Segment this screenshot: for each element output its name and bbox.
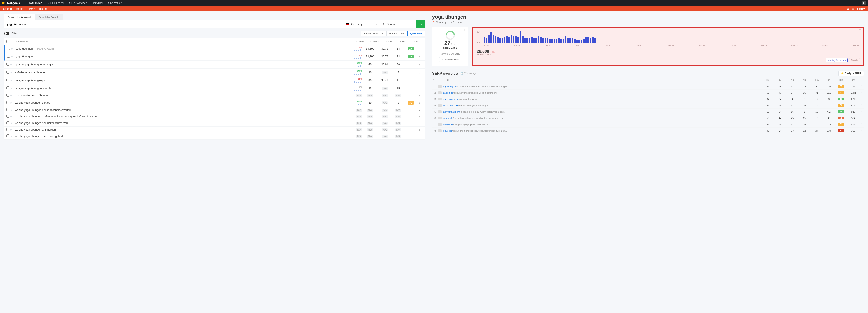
keyword-row[interactable]: ★iyengar yoga übungen pdf-25%80$0.4811⌕: [4, 77, 426, 84]
inbox-icon[interactable]: ▭: [852, 7, 855, 10]
row-menu-icon[interactable]: ⋮: [860, 123, 863, 126]
star-icon[interactable]: ★: [10, 94, 13, 97]
serp-url[interactable]: yogaeasy.de/artikel/die-wichtigsten-asan…: [442, 85, 762, 88]
info-icon[interactable]: ⓘ: [859, 29, 861, 32]
keyword-row[interactable]: ★iyengar yoga übungen youtube0%10N/A13⌕: [4, 84, 426, 92]
star-icon[interactable]: ★: [10, 63, 13, 66]
btn-trends[interactable]: Trends: [849, 58, 860, 62]
btn-monthly-searches[interactable]: Monthly Searches: [826, 58, 848, 62]
col-ppc[interactable]: ⇅ PPC: [396, 40, 410, 43]
serp-url[interactable]: owayo.de/magazin/yoga-positionen-de.htm: [442, 123, 762, 126]
info-icon[interactable]: ⓘ: [464, 29, 466, 32]
star-icon[interactable]: ★: [11, 55, 14, 58]
row-checkbox[interactable]: [6, 108, 9, 111]
serp-row[interactable]: 6lifeline.de/ernaehrung-fitness/sport/ga…: [432, 115, 864, 121]
row-checkbox[interactable]: [6, 135, 9, 137]
relative-values-btn[interactable]: Relative values: [439, 57, 462, 62]
inspect-icon[interactable]: ⌕: [419, 55, 421, 58]
brand-logo[interactable]: Mangools: [2, 2, 20, 5]
inspect-icon[interactable]: ⌕: [419, 79, 421, 82]
keyword-row[interactable]: ★welche yoga übungen darf man in der sch…: [4, 113, 426, 120]
serp-url[interactable]: lifeline.de/ernaehrung-fitness/sport/gal…: [442, 117, 762, 119]
inspect-icon[interactable]: ⌕: [419, 94, 421, 97]
filter-toggle[interactable]: [4, 32, 9, 35]
row-menu-icon[interactable]: ⋮: [860, 110, 863, 113]
inspect-icon[interactable]: ⌕: [419, 87, 421, 90]
nav-linkminer[interactable]: LinkMiner: [92, 2, 103, 5]
star-icon[interactable]: ★: [10, 87, 13, 90]
serp-row[interactable]: 8focus.de/gesundheit/praxistipps/yoga-ue…: [432, 127, 864, 134]
row-menu-icon[interactable]: ⋮: [860, 97, 863, 101]
inspect-icon[interactable]: ⌕: [419, 135, 421, 138]
keyword-row[interactable]: ★was bewirken yoga übungenN/AN/AN/AN/A⌕: [4, 92, 426, 99]
star-icon[interactable]: ★: [11, 47, 14, 50]
inspect-icon[interactable]: ⌕: [419, 63, 421, 66]
keyword-row[interactable]: ★welche yoga übungen gibt es+80%10N/A836…: [4, 99, 426, 107]
inspect-icon[interactable]: ⌕: [419, 115, 421, 118]
subnav-lists[interactable]: Lists 7: [28, 7, 35, 11]
pill-questions[interactable]: Questions: [407, 31, 426, 36]
star-icon[interactable]: ★: [10, 71, 13, 74]
pill-autocomplete[interactable]: Autocomplete: [386, 31, 407, 36]
col-kd[interactable]: ⇅ KD: [410, 40, 423, 43]
nav-kwfinder[interactable]: KWFinder: [29, 2, 42, 5]
nav-serpwatcher[interactable]: SERPWatcher: [69, 2, 87, 5]
star-icon[interactable]: ★: [10, 79, 13, 82]
col-trend[interactable]: ⇅ Trend: [353, 40, 367, 43]
row-menu-icon[interactable]: ⋮: [860, 91, 863, 94]
pill-related[interactable]: Related keywords: [361, 31, 386, 36]
analyze-serp-btn[interactable]: Analyze SERP: [838, 71, 864, 76]
serp-url[interactable]: mantrafant.com/blogs/blog/die-12-wichtig…: [442, 110, 762, 113]
row-menu-icon[interactable]: ⋮: [860, 85, 863, 88]
row-menu-icon[interactable]: ⋮: [860, 104, 863, 107]
keyword-row[interactable]: ★yoga übungen — seed keyword-4%28,600$0.…: [4, 45, 426, 53]
keyword-row[interactable]: ★welche yoga übungen am morgenN/AN/AN/AN…: [4, 126, 426, 133]
row-menu-icon[interactable]: ⋮: [860, 117, 863, 119]
serp-row[interactable]: 4foodspring.de/magazine/9-yoga-uebungen4…: [432, 102, 864, 109]
star-icon[interactable]: ★: [10, 135, 13, 138]
subnav-search[interactable]: Search: [3, 7, 12, 11]
location-select[interactable]: Germany▼: [344, 20, 380, 28]
language-select[interactable]: ⊞German▼: [380, 20, 416, 28]
user-avatar[interactable]: A: [862, 1, 866, 5]
tab-search-keyword[interactable]: Search by Keyword: [4, 14, 35, 20]
serp-row[interactable]: 3yogabasics.de/yoga-uebungen/32344012319…: [432, 96, 864, 102]
serp-url[interactable]: foodspring.de/magazine/9-yoga-uebungen: [442, 104, 762, 107]
inspect-icon[interactable]: ⌕: [419, 108, 421, 112]
serp-row[interactable]: 1yogaeasy.de/artikel/die-wichtigsten-asa…: [432, 83, 864, 90]
row-menu-icon[interactable]: ⋮: [860, 129, 863, 132]
row-checkbox[interactable]: [7, 47, 10, 50]
keyword-row[interactable]: ★welche yoga übungen bei bandscheibenvor…: [4, 107, 426, 113]
row-checkbox[interactable]: [6, 128, 9, 131]
row-checkbox[interactable]: [6, 101, 9, 104]
expand-icon[interactable]: ⛶: [433, 79, 437, 82]
col-cpc[interactable]: ⇅ CPC: [382, 40, 396, 43]
inspect-icon[interactable]: ⌕: [419, 128, 421, 131]
row-checkbox[interactable]: [6, 70, 9, 74]
row-checkbox[interactable]: [6, 94, 9, 97]
settings-icon[interactable]: ⚙: [847, 7, 849, 10]
keyword-row[interactable]: ★yoga übungen-4%28,600$0.761427⌕: [4, 53, 426, 61]
star-icon[interactable]: ★: [10, 101, 13, 104]
row-checkbox[interactable]: [6, 79, 9, 82]
col-search[interactable]: ⇅ Search: [367, 40, 382, 43]
keyword-input[interactable]: [4, 20, 344, 28]
star-icon[interactable]: ★: [10, 115, 13, 118]
star-icon[interactable]: ★: [10, 121, 13, 125]
col-keywords[interactable]: ▾ Keywords: [10, 40, 353, 43]
star-icon[interactable]: ★: [10, 128, 13, 131]
select-all[interactable]: [6, 40, 9, 43]
tab-search-domain[interactable]: Search by Domain: [35, 14, 63, 20]
inspect-icon[interactable]: ⌕: [419, 71, 421, 74]
keyword-row[interactable]: ★aufwärmen yoga übungen+50%10N/A7⌕: [4, 68, 426, 77]
serp-row[interactable]: 2myself.de/gesund/fitness/galerie-yoga-u…: [432, 90, 864, 96]
serp-row[interactable]: 7owayo.de/magazin/yoga-positionen-de.htm…: [432, 121, 864, 127]
row-checkbox[interactable]: [7, 55, 10, 58]
nav-serpchecker[interactable]: SERPChecker: [47, 2, 64, 5]
star-icon[interactable]: ★: [10, 108, 13, 112]
help-link[interactable]: Help ▾: [857, 7, 865, 10]
row-checkbox[interactable]: [6, 86, 9, 89]
subnav-history[interactable]: History: [39, 7, 48, 11]
row-checkbox[interactable]: [6, 63, 9, 66]
inspect-icon[interactable]: ⌕: [419, 101, 421, 104]
